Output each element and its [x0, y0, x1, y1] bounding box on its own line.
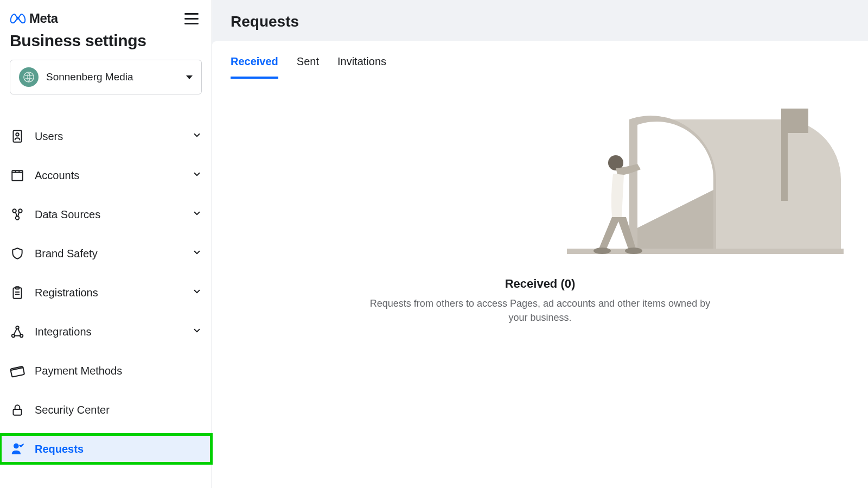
caret-down-icon: [186, 75, 193, 79]
lock-icon: [10, 402, 25, 417]
svg-point-20: [625, 248, 642, 254]
sidebar: Meta Business settings Sonnenberg Media: [0, 0, 212, 488]
svg-point-6: [16, 216, 20, 220]
chevron-down-icon: [192, 287, 202, 299]
sidebar-item-registrations[interactable]: Registrations: [0, 278, 212, 307]
svg-rect-17: [781, 109, 808, 133]
users-icon: [10, 129, 25, 144]
svg-rect-13: [13, 409, 21, 415]
meta-logo-icon: [10, 13, 26, 24]
account-name: Sonnenberg Media: [46, 71, 133, 83]
sidebar-item-users[interactable]: Users: [0, 122, 212, 151]
account-avatar-icon: [19, 67, 39, 87]
sidebar-item-data-sources[interactable]: Data Sources: [0, 200, 212, 229]
empty-mailbox-illustration: [564, 92, 846, 255]
svg-point-2: [16, 133, 18, 136]
shield-icon: [10, 246, 25, 261]
chevron-down-icon: [192, 326, 202, 338]
page-header: Requests: [212, 13, 868, 41]
chevron-down-icon: [192, 169, 202, 182]
svg-rect-3: [12, 173, 23, 181]
card-icon: [10, 363, 25, 378]
svg-point-0: [24, 72, 34, 82]
chevron-down-icon: [192, 130, 202, 143]
main-content: Requests Received Sent Invitations: [212, 0, 868, 488]
sidebar-item-label: Brand Safety: [35, 248, 98, 260]
chevron-down-icon: [192, 208, 202, 221]
empty-state-title: Received (0): [505, 277, 576, 291]
tab-received[interactable]: Received: [231, 55, 278, 79]
empty-state-subtitle: Requests from others to access Pages, ad…: [367, 296, 714, 325]
sidebar-title: Business settings: [10, 31, 202, 50]
chevron-down-icon: [192, 248, 202, 260]
data-sources-icon: [10, 207, 25, 222]
menu-icon[interactable]: [184, 10, 202, 27]
sidebar-item-security-center[interactable]: Security Center: [0, 395, 212, 424]
tab-sent[interactable]: Sent: [297, 55, 319, 79]
tab-invitations[interactable]: Invitations: [337, 55, 386, 79]
integrations-icon: [10, 324, 25, 339]
sidebar-item-label: Registrations: [35, 287, 98, 299]
svg-point-14: [14, 443, 19, 448]
sidebar-item-label: Security Center: [35, 404, 110, 416]
accounts-icon: [10, 168, 25, 183]
sidebar-nav: Users Accounts: [0, 122, 212, 473]
meta-logo[interactable]: Meta: [10, 11, 58, 26]
person-check-icon: [10, 441, 25, 457]
sidebar-item-accounts[interactable]: Accounts: [0, 161, 212, 190]
account-picker[interactable]: Sonnenberg Media: [10, 60, 202, 94]
sidebar-item-payment-methods[interactable]: Payment Methods: [0, 356, 212, 385]
svg-point-19: [593, 248, 611, 254]
sidebar-item-label: Requests: [35, 443, 84, 455]
sidebar-item-label: Accounts: [35, 169, 79, 182]
meta-logo-text: Meta: [29, 11, 58, 26]
sidebar-item-requests[interactable]: Requests: [0, 434, 212, 464]
sidebar-item-integrations[interactable]: Integrations: [0, 317, 212, 346]
clipboard-icon: [10, 285, 25, 300]
tabs: Received Sent Invitations: [212, 55, 868, 79]
sidebar-item-label: Payment Methods: [35, 365, 122, 377]
sidebar-item-label: Users: [35, 130, 63, 143]
sidebar-item-label: Data Sources: [35, 208, 100, 221]
sidebar-item-brand-safety[interactable]: Brand Safety: [0, 239, 212, 268]
sidebar-item-label: Integrations: [35, 326, 92, 338]
content-card: Received Sent Invitations: [212, 41, 868, 488]
empty-state: Received (0) Requests from others to acc…: [212, 79, 868, 346]
